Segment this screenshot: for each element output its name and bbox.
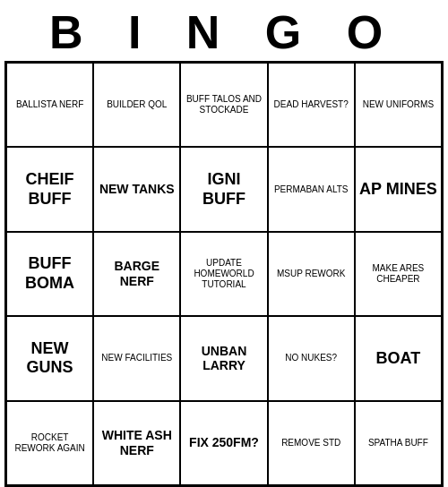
bingo-cell-21: WHITE ASH NERF	[93, 401, 180, 485]
bingo-cell-22: FIX 250FM?	[180, 401, 267, 485]
bingo-cell-2: BUFF TALOS AND STOCKADE	[180, 63, 267, 147]
bingo-cell-14: MAKE ARES CHEAPER	[355, 232, 442, 316]
bingo-cell-15: NEW GUNS	[6, 316, 93, 400]
bingo-cell-1: BUILDER QOL	[93, 63, 180, 147]
bingo-cell-4: NEW UNIFORMS	[355, 63, 442, 147]
bingo-cell-9: AP MINES	[355, 147, 442, 231]
bingo-cell-10: BUFF BOMA	[6, 232, 93, 316]
bingo-cell-12: UPDATE HOMEWORLD TUTORIAL	[180, 232, 267, 316]
bingo-cell-5: CHEIF BUFF	[6, 147, 93, 231]
bingo-cell-24: SPATHA BUFF	[355, 401, 442, 485]
bingo-cell-23: REMOVE STD	[268, 401, 355, 485]
bingo-cell-13: MSUP REWORK	[268, 232, 355, 316]
bingo-grid: BALLISTA NERFBUILDER QOLBUFF TALOS AND S…	[4, 61, 444, 487]
bingo-title: B I N G O	[0, 0, 448, 61]
bingo-cell-0: BALLISTA NERF	[6, 63, 93, 147]
bingo-cell-7: IGNI BUFF	[180, 147, 267, 231]
bingo-cell-11: BARGE NERF	[93, 232, 180, 316]
bingo-cell-8: PERMABAN ALTS	[268, 147, 355, 231]
bingo-cell-6: NEW TANKS	[93, 147, 180, 231]
bingo-cell-19: BOAT	[355, 316, 442, 400]
bingo-cell-16: NEW FACILITIES	[93, 316, 180, 400]
bingo-cell-3: DEAD HARVEST?	[268, 63, 355, 147]
bingo-cell-17: UNBAN LARRY	[180, 316, 267, 400]
bingo-cell-20: ROCKET REWORK AGAIN	[6, 401, 93, 485]
bingo-cell-18: NO NUKES?	[268, 316, 355, 400]
